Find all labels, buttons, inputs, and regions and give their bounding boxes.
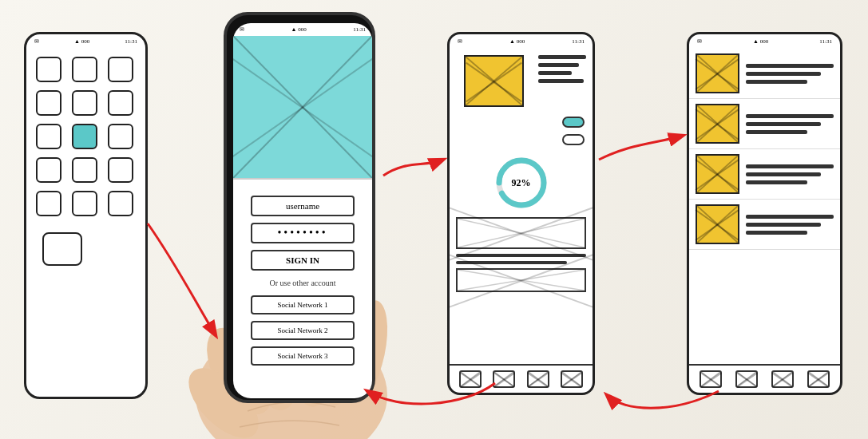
screen4-nav-icon-3[interactable] bbox=[771, 370, 794, 388]
screen1-email-icon: ✉ bbox=[34, 38, 39, 45]
svg-line-33 bbox=[701, 372, 720, 386]
line-1 bbox=[538, 55, 586, 59]
social-btn-3[interactable]: Social Network 3 bbox=[251, 346, 355, 366]
screen1-status-bar: ✉ ▲ 000 11:31 bbox=[26, 34, 145, 49]
dash-hero-image bbox=[464, 55, 524, 107]
svg-line-17 bbox=[461, 372, 480, 386]
app-icon-13 bbox=[36, 191, 61, 216]
screen3-bottom-nav bbox=[450, 364, 593, 393]
screen4-email-icon: ✉ bbox=[697, 38, 702, 45]
social-btn-1[interactable]: Social Network 1 bbox=[251, 295, 355, 314]
screen3-signal: ▲ 000 bbox=[509, 38, 525, 45]
toggle-row-2 bbox=[450, 131, 593, 148]
dash-wireframe-1 bbox=[456, 217, 586, 249]
nav-icon-4[interactable] bbox=[561, 370, 583, 388]
svg-line-39 bbox=[809, 372, 828, 386]
app-icon-large bbox=[42, 232, 82, 266]
line-2 bbox=[538, 63, 579, 67]
screen4-nav-icon-2[interactable] bbox=[735, 370, 758, 388]
product-item-2[interactable] bbox=[689, 99, 840, 149]
dash-top-row bbox=[450, 49, 593, 113]
app-icon-14 bbox=[72, 191, 97, 216]
screen4-time: 11:31 bbox=[819, 38, 832, 45]
product-lines-1 bbox=[746, 60, 834, 88]
phone-body: ✉ ▲ 000 11:31 username •••••••• SIGN IN bbox=[224, 12, 375, 403]
p2-line-1 bbox=[746, 114, 834, 118]
login-form: username •••••••• SIGN IN Or use other a… bbox=[233, 180, 372, 374]
toggle-row-1 bbox=[450, 113, 593, 131]
product-item-4[interactable] bbox=[689, 200, 840, 250]
phone-hero-image bbox=[233, 36, 372, 180]
app-icon-4 bbox=[36, 90, 61, 116]
p4-line-2 bbox=[746, 223, 821, 227]
app-icon-7 bbox=[36, 124, 61, 149]
progress-label: 92% bbox=[512, 177, 531, 189]
app-icon-6 bbox=[108, 90, 133, 116]
product-lines-3 bbox=[746, 160, 834, 188]
svg-line-23 bbox=[562, 372, 581, 386]
app-icon-1 bbox=[36, 57, 61, 82]
p2-line-2 bbox=[746, 122, 821, 126]
dash-text-lines bbox=[532, 49, 586, 87]
screen1-signal: ▲ 000 bbox=[74, 38, 89, 45]
toggle-1[interactable] bbox=[562, 117, 585, 128]
product-thumb-4 bbox=[696, 204, 739, 244]
scene: ✉ ▲ 000 11:31 bbox=[0, 0, 868, 439]
phone-wrapper: ✉ ▲ 000 11:31 username •••••••• SIGN IN bbox=[208, 12, 383, 435]
p3-line-2 bbox=[746, 172, 821, 176]
nav-icon-1[interactable] bbox=[459, 370, 482, 388]
screen4-nav-icon-4[interactable] bbox=[807, 370, 830, 388]
line-s1 bbox=[456, 254, 586, 257]
p4-line-1 bbox=[746, 215, 834, 219]
app-icon-5 bbox=[72, 90, 97, 116]
screen4-status-bar: ✉ ▲ 000 11:31 bbox=[689, 34, 840, 49]
screen3-time: 11:31 bbox=[572, 38, 585, 45]
p3-line-3 bbox=[746, 180, 807, 184]
phone-status-bar: ✉ ▲ 000 11:31 bbox=[233, 23, 372, 36]
line-3 bbox=[538, 71, 572, 75]
screen3-status-bar: ✉ ▲ 000 11:31 bbox=[450, 34, 593, 49]
line-4 bbox=[538, 79, 584, 83]
phone-signal: ▲ 000 bbox=[291, 26, 307, 33]
phone-time: 11:31 bbox=[353, 26, 366, 33]
screen3-email-icon: ✉ bbox=[458, 38, 462, 45]
p3-line-1 bbox=[746, 164, 834, 168]
app-icon-2 bbox=[72, 57, 97, 82]
app-grid bbox=[26, 49, 145, 224]
phone-email-icon: ✉ bbox=[240, 26, 244, 33]
app-icon-3 bbox=[108, 57, 133, 82]
dash-wireframe-2 bbox=[456, 268, 586, 292]
screen1-time: 11:31 bbox=[125, 38, 137, 45]
toggle-2[interactable] bbox=[562, 134, 585, 145]
product-lines-4 bbox=[746, 211, 834, 239]
svg-line-21 bbox=[529, 372, 548, 386]
nav-icon-3[interactable] bbox=[527, 370, 549, 388]
signin-button[interactable]: SIGN IN bbox=[251, 250, 355, 271]
p1-line-2 bbox=[746, 72, 821, 76]
svg-line-35 bbox=[737, 372, 756, 386]
username-input[interactable]: username bbox=[251, 196, 355, 216]
or-text: Or use other account bbox=[269, 279, 335, 287]
app-icon-11 bbox=[72, 157, 97, 183]
p1-line-3 bbox=[746, 80, 807, 84]
screen4-signal: ▲ 000 bbox=[753, 38, 768, 45]
app-icon-highlighted bbox=[72, 124, 97, 149]
p2-line-3 bbox=[746, 130, 807, 134]
screen-1-app-grid: ✉ ▲ 000 11:31 bbox=[24, 32, 148, 399]
social-btn-2[interactable]: Social Network 2 bbox=[251, 321, 355, 340]
screen-4-product-list: ✉ ▲ 000 11:31 bbox=[687, 32, 842, 395]
screen4-nav-icon-1[interactable] bbox=[700, 370, 722, 388]
svg-line-19 bbox=[494, 372, 513, 386]
product-item-3[interactable] bbox=[689, 149, 840, 200]
product-thumb-2 bbox=[696, 104, 739, 144]
app-icon-12 bbox=[108, 157, 133, 183]
product-lines-2 bbox=[746, 110, 834, 138]
p1-line-1 bbox=[746, 64, 834, 68]
password-input[interactable]: •••••••• bbox=[251, 223, 355, 243]
phone-screen: ✉ ▲ 000 11:31 username •••••••• SIGN IN bbox=[233, 23, 372, 398]
app-icon-10 bbox=[36, 157, 61, 183]
product-item-1[interactable] bbox=[689, 49, 840, 99]
product-thumb-1 bbox=[696, 53, 739, 93]
nav-icon-2[interactable] bbox=[493, 370, 515, 388]
p4-line-3 bbox=[746, 231, 807, 235]
